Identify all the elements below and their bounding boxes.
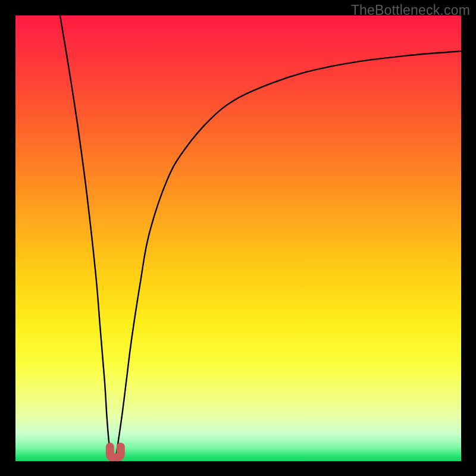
- chart-frame: TheBottleneck.com: [0, 0, 476, 476]
- plot-area: [15, 15, 461, 461]
- gradient-background: [15, 15, 461, 461]
- watermark-text: TheBottleneck.com: [351, 2, 470, 18]
